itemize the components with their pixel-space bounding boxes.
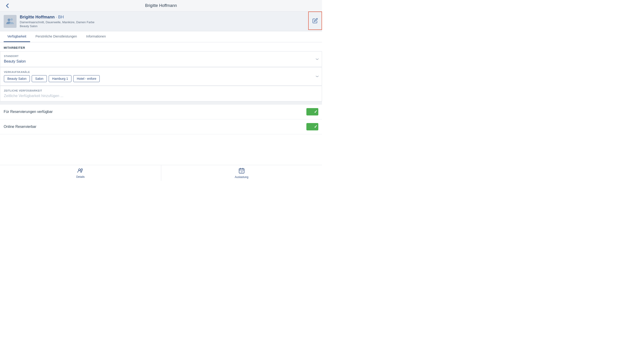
divider [0, 102, 322, 104]
svg-point-1 [10, 18, 13, 21]
section-mitarbeiter-title: MITARBEITER [0, 42, 322, 51]
tab-verfuegbarkeit[interactable]: Verfügbarkeit [4, 31, 30, 42]
standort-value: Beauty Salon [4, 59, 318, 64]
profile-header: Brigitte Hoffmann · BH Damenhaarschnitt,… [0, 12, 322, 31]
verkaufskanaele-field[interactable]: VERKAUFSKANÄLE Beauty Salon Salon Hambur… [0, 67, 322, 86]
toggle-online-check: ✓ [314, 124, 318, 129]
svg-point-3 [81, 168, 83, 170]
tag-beauty-salon[interactable]: Beauty Salon [4, 75, 30, 82]
tag-hotel[interactable]: Hotel - enfore [73, 75, 100, 82]
toggle-reservierungen-check: ✓ [314, 109, 318, 114]
toggle-reservierungen-row: Für Reservierungen verfügbar ✓ [0, 104, 322, 119]
standort-field[interactable]: STANDORT Beauty Salon [0, 51, 322, 67]
zeitliche-field[interactable]: ZEITLICHE VERFÜGBARKEIT Zeitliche Verfüg… [0, 86, 322, 101]
standort-label: STANDORT [4, 55, 318, 58]
tags-container: Beauty Salon Salon Hamburg 1 Hotel - enf… [4, 75, 318, 82]
profile-info: Brigitte Hoffmann · BH Damenhaarschnitt,… [20, 15, 318, 28]
profile-location-header: Beauty Salon [20, 24, 318, 28]
tab-informationen[interactable]: Informationen [82, 31, 110, 42]
svg-point-0 [8, 18, 10, 21]
verkaufskanaele-label: VERKAUFSKANÄLE [4, 71, 318, 73]
profile-initials: · BH [56, 15, 64, 19]
tag-hamburg[interactable]: Hamburg 1 [49, 75, 72, 82]
edit-button[interactable] [308, 12, 322, 30]
verkaufskanaele-chevron[interactable] [315, 75, 319, 77]
tabs: Verfügbarkeit Persönliche Dienstleistung… [0, 31, 322, 42]
page-title: Brigitte Hoffmann [145, 3, 177, 8]
bottom-nav-auslastung[interactable]: 17 Auslastung [161, 165, 322, 181]
zeitliche-label: ZEITLICHE VERFÜGBARKEIT [4, 89, 318, 92]
toggle-online[interactable]: ✓ [306, 123, 318, 130]
toggle-reservierungen-bg[interactable]: ✓ [306, 108, 318, 115]
profile-services: Damenhaarschnitt, Dauerwelle, Maniküre, … [20, 21, 318, 24]
avatar [4, 15, 16, 28]
top-nav: Brigitte Hoffmann [0, 0, 322, 12]
calendar-icon: 17 [239, 168, 244, 174]
tab-dienstleistungen[interactable]: Persönliche Dienstleistungen [32, 31, 81, 42]
back-button[interactable] [4, 2, 11, 10]
bottom-nav: Details 17 Auslastung [0, 165, 322, 181]
standort-chevron[interactable] [315, 58, 319, 60]
toggle-reservierungen[interactable]: ✓ [306, 108, 318, 115]
toggle-online-row: Online Reservierbar ✓ [0, 119, 322, 134]
toggle-online-bg[interactable]: ✓ [306, 123, 318, 130]
toggle-online-label: Online Reservierbar [4, 125, 36, 129]
bottom-nav-details[interactable]: Details [0, 165, 161, 181]
toggle-reservierungen-label: Für Reservierungen verfügbar [4, 110, 52, 114]
bottom-nav-auslastung-label: Auslastung [235, 175, 248, 179]
profile-name: Brigitte Hoffmann · BH [20, 15, 318, 20]
tag-salon[interactable]: Salon [32, 75, 47, 82]
svg-point-2 [78, 169, 80, 171]
bottom-nav-details-label: Details [76, 175, 85, 178]
content: MITARBEITER STANDORT Beauty Salon VERKAU… [0, 42, 322, 134]
zeitliche-placeholder: Zeitliche Verfügbarkeit hinzufügen ... [4, 94, 318, 98]
svg-text:17: 17 [241, 171, 243, 173]
people-icon [77, 168, 84, 174]
